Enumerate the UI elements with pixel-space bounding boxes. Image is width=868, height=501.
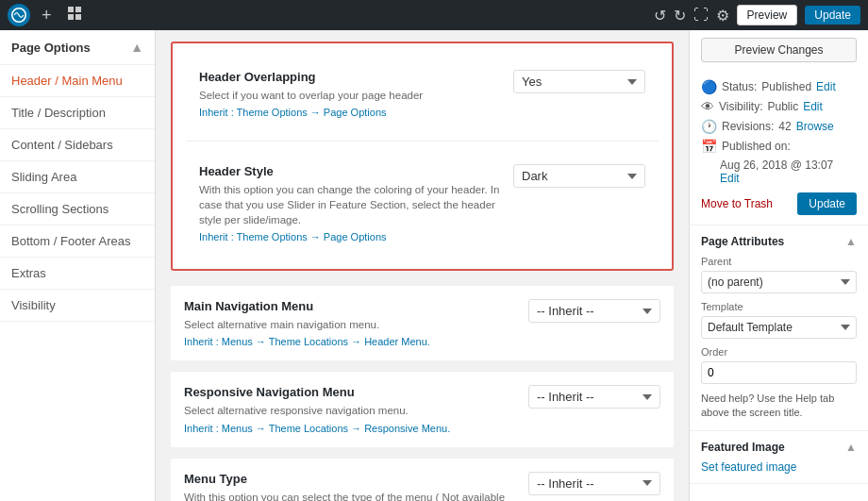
sidebar-item-bottom-footer-areas[interactable]: Bottom / Footer Areas <box>0 225 155 258</box>
page-attributes-collapse-icon[interactable]: ▲ <box>845 235 857 248</box>
header-style-desc: With this option you can change the colo… <box>199 182 502 227</box>
responsive-nav-select[interactable]: -- Inherit -- <box>528 385 660 409</box>
help-text: Need help? Use the Help tab above the sc… <box>701 392 857 421</box>
menu-type-desc: With this option you can select the type… <box>184 490 517 501</box>
published-row: 📅 Published on: <box>701 139 857 154</box>
responsive-nav-inherit: Inherit : Menus → Theme Locations → Resp… <box>184 423 517 434</box>
responsive-nav-section: Responsive Navigation Menu Select altern… <box>171 372 674 446</box>
featured-image-title: Featured Image <box>701 441 785 454</box>
header-overlapping-desc: Select if you want to overlap your page … <box>199 88 502 103</box>
sidebar-item-header-main-menu[interactable]: Header / Main Menu <box>0 65 155 97</box>
svg-rect-2 <box>75 7 81 12</box>
main-nav-desc: Select alternative main navigation menu. <box>184 317 517 332</box>
update-button-top[interactable]: Update <box>805 6 860 25</box>
sidebar-title: Page Options <box>11 41 91 55</box>
published-value: Aug 26, 2018 @ 13:07 <box>720 159 833 172</box>
highlight-box: Header Overlapping Select if you want to… <box>171 42 674 271</box>
preview-changes-button[interactable]: Preview Changes <box>701 38 857 62</box>
site-logo[interactable] <box>8 4 30 26</box>
update-button-sidebar[interactable]: Update <box>797 192 857 215</box>
status-label: Status: <box>722 80 757 93</box>
svg-rect-1 <box>68 7 74 12</box>
preview-button[interactable]: Preview <box>737 5 798 25</box>
status-edit-link[interactable]: Edit <box>816 80 836 93</box>
header-style-title: Header Style <box>199 164 502 178</box>
sidebar-header: Page Options ▲ <box>0 30 155 65</box>
order-input[interactable] <box>701 361 857 384</box>
header-overlapping-title: Header Overlapping <box>199 70 502 84</box>
right-sidebar: Preview Changes 🔵 Status: Published Edit… <box>689 30 868 501</box>
visibility-row: 👁 Visibility: Public Edit <box>701 99 857 114</box>
published-icon: 📅 <box>701 139 717 154</box>
visibility-label: Visibility: <box>719 100 762 113</box>
header-style-inherit: Inherit : Theme Options → Page Options <box>199 231 502 242</box>
set-featured-image-link[interactable]: Set featured image <box>701 460 796 474</box>
center-content: Header Overlapping Select if you want to… <box>156 30 689 501</box>
main-nav-title: Main Navigation Menu <box>184 299 517 313</box>
dashboard-icon[interactable] <box>63 2 86 29</box>
sidebar-item-scrolling-sections[interactable]: Scrolling Sections <box>0 193 155 225</box>
sidebar-item-extras[interactable]: Extras <box>0 258 155 290</box>
menu-type-section: Menu Type With this option you can selec… <box>171 459 674 501</box>
sidebar-item-content-sidebars[interactable]: Content / Sidebars <box>0 129 155 161</box>
revisions-icon: 🕐 <box>701 119 717 134</box>
main-nav-inherit: Inherit : Menus → Theme Locations → Head… <box>184 336 517 347</box>
main-navigation-section: Main Navigation Menu Select alternative … <box>171 286 674 360</box>
status-row: 🔵 Status: Published Edit <box>701 79 857 94</box>
move-to-trash-link[interactable]: Move to Trash <box>701 197 773 210</box>
revisions-label: Revisions: <box>722 120 774 133</box>
redo-icon[interactable]: ↻ <box>674 7 686 25</box>
revisions-browse-link[interactable]: Browse <box>796 120 834 133</box>
main-layout: Page Options ▲ Header / Main Menu Title … <box>0 30 868 501</box>
header-style-section: Header Style With this option you can ch… <box>186 151 659 256</box>
revisions-value: 42 <box>778 120 791 133</box>
header-overlapping-select[interactable]: Yes No -- Inherit -- <box>513 70 645 93</box>
svg-rect-3 <box>68 14 74 20</box>
main-nav-select[interactable]: -- Inherit -- <box>528 299 660 323</box>
featured-image-collapse-icon[interactable]: ▲ <box>845 441 857 454</box>
parent-label: Parent <box>701 256 857 267</box>
published-edit-link[interactable]: Edit <box>720 172 857 185</box>
responsive-nav-title: Responsive Navigation Menu <box>184 385 517 399</box>
sidebar-item-title-description[interactable]: Title / Description <box>0 97 155 129</box>
visibility-edit-link[interactable]: Edit <box>803 100 823 113</box>
parent-select[interactable]: (no parent) <box>701 271 857 293</box>
featured-image-section: Featured Image ▲ Set featured image <box>690 431 868 484</box>
top-bar: + ↺ ↻ ⛶ ⚙ Preview Update <box>0 0 868 30</box>
add-icon[interactable]: + <box>38 2 56 29</box>
expand-icon[interactable]: ⛶ <box>693 7 709 24</box>
header-style-select[interactable]: Dark Light -- Inherit -- <box>513 164 645 188</box>
header-overlapping-section: Header Overlapping Select if you want to… <box>186 57 659 131</box>
visibility-value: Public <box>767 100 798 113</box>
template-select[interactable]: Default Template <box>701 316 857 339</box>
sidebar-item-sliding-area[interactable]: Sliding Area <box>0 161 155 193</box>
published-label: Published on: <box>722 140 791 153</box>
status-value: Published <box>761 80 811 93</box>
status-icon: 🔵 <box>701 79 717 94</box>
visibility-icon: 👁 <box>701 99 714 114</box>
revisions-row: 🕐 Revisions: 42 Browse <box>701 119 857 134</box>
sidebar-item-visibility[interactable]: Visibility <box>0 290 155 322</box>
undo-icon[interactable]: ↺ <box>654 7 666 25</box>
page-attributes-section: Page Attributes ▲ Parent (no parent) Tem… <box>690 225 868 431</box>
svg-rect-4 <box>75 14 81 20</box>
sidebar-collapse-icon[interactable]: ▲ <box>130 40 143 55</box>
menu-type-title: Menu Type <box>184 472 517 486</box>
header-overlapping-inherit: Inherit : Theme Options → Page Options <box>199 107 502 118</box>
menu-type-select[interactable]: -- Inherit -- <box>528 472 660 495</box>
template-label: Template <box>701 301 857 312</box>
publish-section: 🔵 Status: Published Edit 👁 Visibility: P… <box>690 70 868 225</box>
settings-icon[interactable]: ⚙ <box>716 7 729 25</box>
order-label: Order <box>701 346 857 358</box>
left-sidebar: Page Options ▲ Header / Main Menu Title … <box>0 30 156 501</box>
page-attributes-title: Page Attributes <box>701 235 784 248</box>
responsive-nav-desc: Select alternative responsive navigation… <box>184 403 517 418</box>
